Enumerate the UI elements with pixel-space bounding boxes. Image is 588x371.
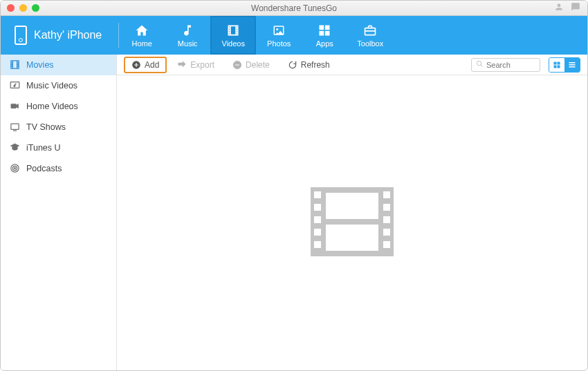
empty-state [117, 75, 587, 370]
sidebar-item-label: Home Videos [26, 102, 78, 111]
nav-label: Home [132, 39, 152, 48]
svg-point-13 [14, 167, 16, 169]
view-toggle [549, 57, 580, 73]
close-window-button[interactable] [7, 4, 15, 12]
tv-icon [9, 122, 20, 133]
zoom-window-button[interactable] [32, 4, 39, 12]
svg-rect-29 [314, 216, 321, 223]
toolbox-icon [362, 23, 378, 38]
nav-videos[interactable]: Videos [210, 16, 256, 55]
film-icon [9, 59, 20, 70]
device-name: Kathy' iPhone [34, 29, 102, 41]
plus-circle-icon [131, 60, 141, 70]
nav-label: Photos [267, 39, 291, 48]
svg-rect-3 [325, 26, 330, 30]
nav-toolbox[interactable]: Toolbox [347, 16, 393, 55]
sidebar-item-itunes-u[interactable]: iTunes U [1, 137, 116, 158]
svg-rect-21 [569, 62, 576, 64]
button-label: Add [145, 60, 159, 70]
sidebar-item-label: TV Shows [26, 122, 66, 132]
graduation-cap-icon [9, 142, 20, 153]
svg-rect-4 [320, 31, 324, 36]
search-input[interactable] [486, 61, 528, 69]
svg-rect-23 [569, 66, 576, 68]
svg-rect-25 [326, 193, 378, 219]
sidebar: Movies Music Videos Home Videos TV Shows [1, 55, 117, 370]
delete-button[interactable]: Delete [225, 57, 277, 73]
nav-label: Videos [222, 39, 245, 48]
music-video-icon [9, 80, 20, 91]
list-view-button[interactable] [564, 58, 580, 72]
sidebar-item-home-videos[interactable]: Home Videos [1, 96, 116, 117]
search-icon [476, 60, 484, 69]
content-area: Add Export Delete [117, 55, 587, 370]
sidebar-item-label: Podcasts [26, 164, 62, 173]
photos-icon [270, 23, 287, 38]
svg-rect-34 [383, 216, 390, 223]
music-icon [179, 23, 196, 38]
grid-view-button[interactable] [549, 58, 564, 72]
sidebar-item-label: Music Videos [26, 81, 77, 91]
export-button[interactable]: Export [169, 57, 222, 73]
nav-label: Apps [316, 39, 333, 48]
device-selector[interactable]: Kathy' iPhone [1, 16, 118, 55]
window-controls [7, 4, 39, 12]
minimize-window-button[interactable] [19, 4, 27, 12]
button-label: Export [190, 60, 214, 70]
camcorder-icon [9, 101, 20, 112]
nav-music[interactable]: Music [165, 16, 210, 55]
svg-rect-19 [554, 65, 557, 68]
svg-rect-20 [558, 65, 560, 68]
svg-rect-28 [314, 204, 321, 211]
sidebar-item-music-videos[interactable]: Music Videos [1, 75, 116, 96]
export-icon [177, 60, 187, 70]
home-icon [134, 23, 150, 38]
apps-icon [316, 23, 333, 38]
svg-rect-18 [558, 61, 560, 64]
search-box[interactable] [471, 58, 540, 72]
titlebar: Wondershare TunesGo [1, 1, 587, 16]
svg-point-1 [276, 28, 278, 30]
refresh-icon [288, 60, 297, 70]
svg-rect-5 [325, 31, 330, 36]
svg-rect-26 [326, 225, 378, 251]
sidebar-item-label: iTunes U [26, 143, 61, 153]
svg-point-16 [477, 61, 481, 65]
svg-rect-36 [383, 241, 390, 248]
sidebar-item-movies[interactable]: Movies [1, 55, 116, 75]
sidebar-item-tv-shows[interactable]: TV Shows [1, 117, 116, 137]
svg-rect-17 [554, 61, 557, 64]
svg-rect-27 [314, 191, 321, 198]
film-placeholder-icon [311, 187, 394, 259]
nav-label: Toolbox [357, 39, 383, 48]
svg-rect-32 [383, 191, 390, 198]
svg-rect-9 [10, 104, 16, 108]
nav-label: Music [178, 39, 198, 48]
podcast-icon [9, 163, 20, 174]
phone-icon [15, 26, 27, 45]
nav-home[interactable]: Home [119, 16, 165, 55]
top-nav: Kathy' iPhone Home Music Videos [1, 16, 587, 55]
app-window: Wondershare TunesGo Kathy' iPhone Home [0, 0, 588, 371]
sidebar-item-podcasts[interactable]: Podcasts [1, 158, 116, 179]
button-label: Refresh [301, 60, 330, 70]
svg-rect-30 [314, 229, 321, 236]
button-label: Delete [246, 60, 270, 70]
minus-circle-icon [232, 60, 242, 70]
account-icon[interactable] [554, 2, 564, 15]
svg-rect-2 [320, 26, 324, 30]
videos-icon [225, 23, 241, 38]
window-title: Wondershare TunesGo [1, 3, 587, 13]
nav-apps[interactable]: Apps [302, 16, 347, 55]
feedback-icon[interactable] [571, 2, 580, 15]
svg-rect-31 [314, 241, 321, 248]
svg-rect-33 [383, 204, 390, 211]
sidebar-item-label: Movies [26, 60, 54, 70]
nav-photos[interactable]: Photos [256, 16, 302, 55]
svg-rect-10 [10, 124, 18, 129]
refresh-button[interactable]: Refresh [280, 57, 338, 73]
svg-rect-35 [383, 229, 390, 236]
toolbar: Add Export Delete [117, 55, 587, 75]
svg-rect-22 [569, 64, 576, 66]
add-button[interactable]: Add [124, 57, 167, 73]
